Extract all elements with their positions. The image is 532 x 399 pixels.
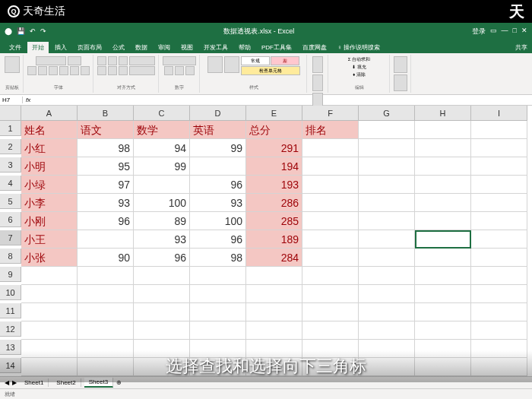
sheet-tab-3[interactable]: Sheet3 — [84, 378, 113, 388]
cell-E2[interactable]: 291 — [246, 139, 302, 157]
cell-I6[interactable] — [471, 212, 527, 230]
add-sheet-icon[interactable]: ⊕ — [116, 379, 122, 386]
close-icon[interactable]: ✕ — [521, 27, 527, 36]
font-size[interactable] — [68, 56, 81, 65]
signin-button[interactable]: 登录 — [472, 27, 486, 36]
save-icon[interactable]: 💾 — [17, 27, 25, 35]
tab-data[interactable]: 数据 — [131, 42, 152, 53]
font-select[interactable] — [36, 56, 66, 65]
tab-home[interactable]: 开始 — [27, 42, 49, 53]
col-D[interactable]: D — [190, 106, 246, 121]
cell-H8[interactable] — [415, 249, 471, 267]
cell-G2[interactable] — [359, 139, 415, 157]
cell-G1[interactable] — [359, 121, 415, 139]
cell-F8[interactable] — [302, 249, 359, 267]
cell-I5[interactable] — [471, 194, 527, 212]
tab-layout[interactable]: 页面布局 — [73, 42, 106, 53]
cell-A2[interactable]: 小红 — [21, 139, 78, 157]
cell-A7[interactable]: 小王 — [21, 230, 78, 249]
paste-icon[interactable] — [5, 56, 20, 73]
merge-button[interactable] — [129, 66, 155, 75]
row-3[interactable]: 3 — [0, 157, 21, 173]
cell-A5[interactable]: 小李 — [21, 194, 78, 212]
cell-I1[interactable] — [471, 121, 527, 139]
cell-E8[interactable]: 284 — [246, 249, 302, 267]
cell-I4[interactable] — [471, 176, 527, 194]
cell-D6[interactable]: 100 — [190, 212, 246, 230]
border-icon[interactable] — [59, 66, 68, 75]
align-right-icon[interactable] — [119, 66, 128, 75]
cell-C5[interactable]: 100 — [134, 194, 190, 212]
style-bad[interactable]: 差 — [271, 56, 299, 65]
next-sheet-icon[interactable]: ▶ — [12, 379, 17, 386]
align-bot-icon[interactable] — [119, 56, 128, 65]
tab-file[interactable]: 文件 — [5, 42, 26, 53]
currency-icon[interactable] — [164, 66, 173, 75]
fill-button[interactable]: ⬇ 填充 — [352, 64, 366, 71]
cell-F4[interactable] — [302, 176, 359, 194]
row-2[interactable]: 2 — [0, 139, 21, 154]
col-F[interactable]: F — [302, 106, 359, 121]
cell-B5[interactable]: 93 — [78, 194, 134, 212]
row-7[interactable]: 7 — [0, 230, 21, 245]
cell-I7[interactable] — [471, 230, 527, 249]
cell-C1[interactable]: 数学 — [134, 121, 190, 139]
cell-B2[interactable]: 98 — [78, 139, 134, 157]
insert-cell-button[interactable] — [312, 56, 323, 73]
cell-F5[interactable] — [302, 194, 359, 212]
wrap-text-button[interactable] — [129, 56, 155, 65]
row-8[interactable]: 8 — [0, 249, 21, 264]
maximize-icon[interactable]: □ — [513, 27, 517, 36]
cell-F2[interactable] — [302, 139, 359, 157]
tab-help[interactable]: 帮助 — [234, 42, 255, 53]
cell-I2[interactable] — [471, 139, 527, 157]
sheet-tab-2[interactable]: Sheet2 — [52, 378, 81, 387]
cell-A3[interactable]: 小明 — [21, 157, 78, 176]
cell-B6[interactable]: 96 — [78, 212, 134, 230]
cell-C3[interactable]: 99 — [134, 157, 190, 176]
undo-icon[interactable]: ↶ — [30, 27, 36, 35]
cell-B7[interactable] — [78, 230, 134, 249]
cell-A1[interactable]: 姓名 — [21, 121, 78, 139]
tab-pdf[interactable]: PDF工具集 — [257, 42, 296, 53]
cell-C6[interactable]: 89 — [134, 212, 190, 230]
name-box[interactable]: H7 — [0, 97, 23, 103]
cell-C4[interactable] — [134, 176, 190, 194]
tab-formula[interactable]: 公式 — [108, 42, 129, 53]
underline-icon[interactable] — [49, 66, 58, 75]
share-button[interactable]: 共享 — [511, 42, 532, 53]
row-12[interactable]: 12 — [0, 321, 21, 337]
redo-icon[interactable]: ↷ — [40, 27, 46, 35]
cell-D8[interactable]: 98 — [190, 249, 246, 267]
tab-insert[interactable]: 插入 — [50, 42, 71, 53]
row-10[interactable]: 10 — [0, 285, 21, 300]
cell-E1[interactable]: 总分 — [246, 121, 302, 139]
style-normal[interactable]: 常规 — [241, 56, 270, 65]
cell-E4[interactable]: 193 — [246, 176, 302, 194]
autosave-icon[interactable]: ⬤ — [5, 27, 12, 35]
align-center-icon[interactable] — [108, 66, 117, 75]
cell-D4[interactable]: 96 — [190, 176, 246, 194]
cell-B8[interactable]: 90 — [78, 249, 134, 267]
cell-H1[interactable] — [415, 121, 471, 139]
sort-filter-button[interactable] — [394, 56, 407, 73]
cell-I8[interactable] — [471, 249, 527, 267]
cell-D1[interactable]: 英语 — [190, 121, 246, 139]
col-G[interactable]: G — [359, 106, 415, 121]
cell-C8[interactable]: 96 — [134, 249, 190, 267]
row-13[interactable]: 13 — [0, 340, 21, 355]
cell-A8[interactable]: 小张 — [21, 249, 78, 267]
cell-H4[interactable] — [415, 176, 471, 194]
cell-E3[interactable]: 194 — [246, 157, 302, 176]
clear-button[interactable]: ♦ 清除 — [353, 71, 366, 78]
comma-icon[interactable] — [185, 66, 195, 75]
cell-A4[interactable]: 小绿 — [21, 176, 78, 194]
cell-D7[interactable]: 96 — [190, 230, 246, 249]
find-select-button[interactable] — [394, 74, 407, 91]
percent-icon[interactable] — [175, 66, 184, 75]
row-1[interactable]: 1 — [0, 121, 21, 136]
row-11[interactable]: 11 — [0, 303, 21, 318]
italic-icon[interactable] — [38, 66, 47, 75]
align-left-icon[interactable] — [97, 66, 106, 75]
cell-D2[interactable]: 99 — [190, 139, 246, 157]
